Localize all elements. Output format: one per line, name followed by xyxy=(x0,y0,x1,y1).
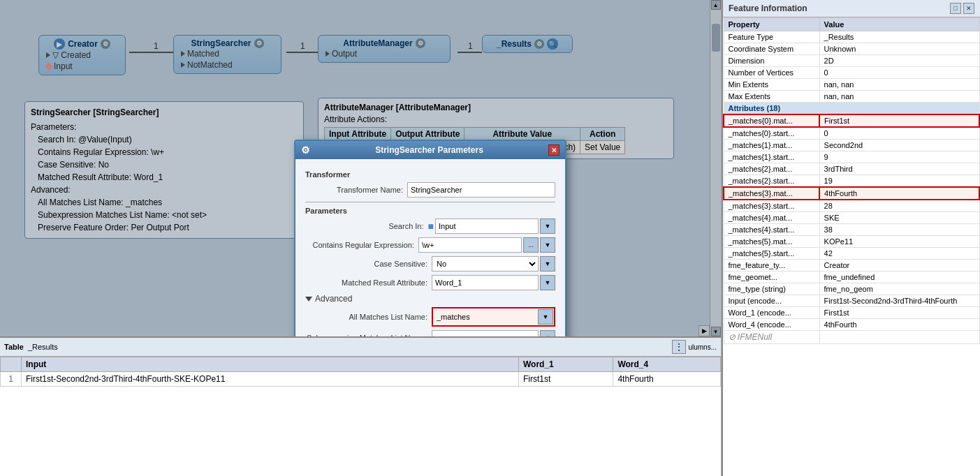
prop-cell: Feature Type xyxy=(724,31,819,43)
feature-row-16[interactable]: _matches{4}.start...38 xyxy=(724,224,979,236)
val-cell: 9 xyxy=(819,151,979,163)
search-in-icon: ■ xyxy=(428,221,434,232)
regex-btn[interactable]: ... xyxy=(523,237,539,253)
prop-cell: _matches{5}.start... xyxy=(724,248,819,260)
feature-row-7[interactable]: _matches{0}.mat...First1st xyxy=(724,114,979,127)
feature-row-14[interactable]: _matches{3}.start...28 xyxy=(724,200,979,212)
dialog-icon: ⚙ xyxy=(301,144,310,156)
advanced-triangle xyxy=(305,297,312,302)
case-sensitive-select[interactable]: No Yes xyxy=(432,256,539,272)
table-title: Table xyxy=(4,343,24,351)
feature-row-19[interactable]: fme_feature_ty...Creator xyxy=(724,260,979,272)
feature-table-container[interactable]: Property Value Feature Type_ResultsCoord… xyxy=(723,17,980,476)
prop-cell: _matches{0}.start... xyxy=(724,127,819,140)
feature-row-3[interactable]: Number of Vertices0 xyxy=(724,67,979,79)
prop-cell: Word_4 (encode... xyxy=(724,319,819,331)
table-header-row: Input Word_1 Word_4 xyxy=(1,357,721,372)
matched-result-dropdown[interactable]: ▼ xyxy=(540,275,555,290)
prop-cell-highlighted2: _matches{3}.mat... xyxy=(724,187,819,200)
col-property: Property xyxy=(724,18,819,31)
feature-row-23[interactable]: Word_1 (encode...First1st xyxy=(724,307,979,319)
bottom-toolbar: Table _Results ⋮ ulumns... xyxy=(0,338,721,357)
val-cell: fme_undefined xyxy=(819,272,979,283)
val-cell: 0 xyxy=(819,67,979,79)
canvas: 1 1 1 ▶ Creator ⚙ ▽ Created Input String… xyxy=(0,0,721,336)
val-cell: nan, nan xyxy=(819,79,979,91)
dialog-title: StringSearcher Parameters xyxy=(375,145,483,155)
val-cell: 0 xyxy=(819,127,979,140)
feature-row-6[interactable]: Attributes (18) xyxy=(724,103,979,115)
columns-label: ulumns... xyxy=(688,343,717,351)
transformer-name-label: Transformer Name: xyxy=(305,186,403,194)
feature-row-10[interactable]: _matches{1}.start...9 xyxy=(724,151,979,163)
advanced-toggle[interactable]: Advanced xyxy=(305,294,555,304)
matched-result-label: Matched Result Attribute: xyxy=(305,278,427,287)
matched-result-input[interactable] xyxy=(432,275,539,290)
prop-cell: Number of Vertices xyxy=(724,67,819,79)
columns-button[interactable]: ⋮ xyxy=(672,340,686,354)
val-cell-highlighted2: 4thFourth xyxy=(819,187,979,200)
val-cell: 4thFourth xyxy=(819,319,979,331)
prop-cell: _matches{3}.start... xyxy=(724,200,819,212)
divider1 xyxy=(305,202,555,202)
col-value: Value xyxy=(819,18,979,31)
col-input: Input xyxy=(22,357,519,372)
panel-restore-button[interactable]: □ xyxy=(950,3,961,14)
all-matches-input[interactable] xyxy=(434,309,536,325)
feature-row-9[interactable]: _matches{1}.mat...Second2nd xyxy=(724,140,979,151)
feature-row-15[interactable]: _matches{4}.mat...SKE xyxy=(724,212,979,224)
feature-row-25[interactable]: ⊘ IFMENull xyxy=(724,331,979,344)
case-dropdown[interactable]: ▼ xyxy=(540,256,555,272)
matched-result-row: Matched Result Attribute: ▼ xyxy=(305,275,555,290)
feature-row-0[interactable]: Feature Type_Results xyxy=(724,31,979,43)
val-cell: First1st-Second2nd-3rdThird-4thFourth xyxy=(819,295,979,307)
val-cell: nan, nan xyxy=(819,91,979,103)
dialog-close-button[interactable]: ✕ xyxy=(548,144,560,156)
section-header-cell: Attributes (18) xyxy=(724,103,979,115)
feature-row-4[interactable]: Min Extentsnan, nan xyxy=(724,79,979,91)
regex-label: Contains Regular Expression: xyxy=(305,241,414,249)
feature-row-12[interactable]: _matches{2}.start...19 xyxy=(724,175,979,188)
case-sensitive-label: Case Sensitive: xyxy=(305,260,427,268)
transformer-name-row: Transformer Name: xyxy=(305,182,555,198)
search-in-input[interactable] xyxy=(435,218,539,234)
search-in-dropdown[interactable]: ▼ xyxy=(540,218,555,234)
data-table-container[interactable]: Input Word_1 Word_4 1 First1st-Second2nd… xyxy=(0,357,721,476)
feature-row-13[interactable]: _matches{3}.mat...4thFourth xyxy=(724,187,979,200)
val-cell: Second2nd xyxy=(819,140,979,151)
main-area: 1 1 1 ▶ Creator ⚙ ▽ Created Input String… xyxy=(0,0,722,476)
transformer-name-input[interactable] xyxy=(407,182,555,198)
dialog-body: Transformer Transformer Name: Parameters… xyxy=(295,159,565,336)
subexpr-label: Subexpression Matches List Name: xyxy=(305,334,427,336)
prop-cell: Coordinate System xyxy=(724,43,819,55)
feature-row-18[interactable]: _matches{5}.start...42 xyxy=(724,248,979,260)
val-cell: 2D xyxy=(819,55,979,67)
panel-close-button[interactable]: ✕ xyxy=(963,3,974,14)
val-cell: 38 xyxy=(819,224,979,236)
feature-row-11[interactable]: _matches{2}.mat...3rdThird xyxy=(724,163,979,175)
advanced-label: Advanced xyxy=(315,294,352,304)
feature-row-20[interactable]: fme_geomet...fme_undefined xyxy=(724,272,979,283)
subexpr-row: Subexpression Matches List Name: ▼ xyxy=(305,330,555,336)
null-prop-cell: ⊘ IFMENull xyxy=(724,331,819,344)
feature-row-22[interactable]: Input (encode...First1st-Second2nd-3rdTh… xyxy=(724,295,979,307)
prop-cell: _matches{2}.mat... xyxy=(724,163,819,175)
feature-row-2[interactable]: Dimension2D xyxy=(724,55,979,67)
feature-row-17[interactable]: _matches{5}.mat...KOPe11 xyxy=(724,236,979,248)
feature-row-5[interactable]: Max Extentsnan, nan xyxy=(724,91,979,103)
regex-row: Contains Regular Expression: ... ▼ xyxy=(305,237,555,253)
null-val-cell xyxy=(819,331,979,344)
subexpr-dropdown[interactable]: ▼ xyxy=(540,330,555,336)
right-panel: Feature Information □ ✕ Property Value F… xyxy=(722,0,980,476)
prop-cell: Word_1 (encode... xyxy=(724,307,819,319)
subexpr-input[interactable] xyxy=(432,330,539,336)
all-matches-dropdown[interactable]: ▼ xyxy=(538,309,553,325)
feature-row-24[interactable]: Word_4 (encode...4thFourth xyxy=(724,319,979,331)
regex-input[interactable] xyxy=(418,237,522,253)
regex-dropdown[interactable]: ▼ xyxy=(540,237,555,253)
feature-row-1[interactable]: Coordinate SystemUnknown xyxy=(724,43,979,55)
table-row[interactable]: 1 First1st-Second2nd-3rdThird-4thFourth-… xyxy=(1,372,721,387)
col-num xyxy=(1,357,22,372)
feature-row-8[interactable]: _matches{0}.start...0 xyxy=(724,127,979,140)
feature-row-21[interactable]: fme_type (string)fme_no_geom xyxy=(724,283,979,295)
